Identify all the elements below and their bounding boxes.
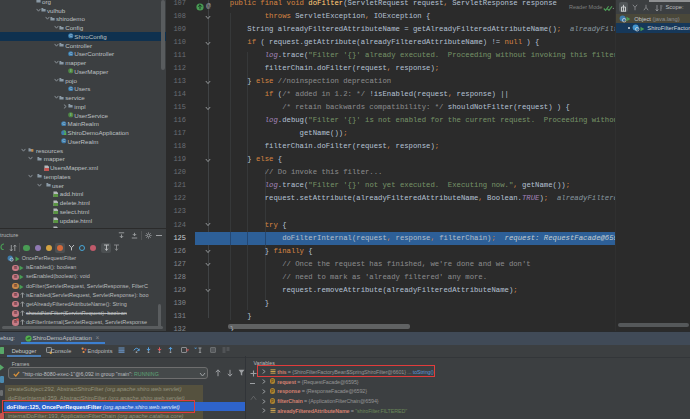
svg-text:C: C (62, 139, 65, 144)
svg-text:I: I (70, 69, 71, 74)
svg-text:I: I (70, 112, 71, 117)
svg-text:C: C (69, 34, 72, 39)
svg-text:C: C (62, 121, 65, 126)
svg-text:C: C (69, 51, 72, 56)
svg-text:C: C (69, 86, 72, 91)
